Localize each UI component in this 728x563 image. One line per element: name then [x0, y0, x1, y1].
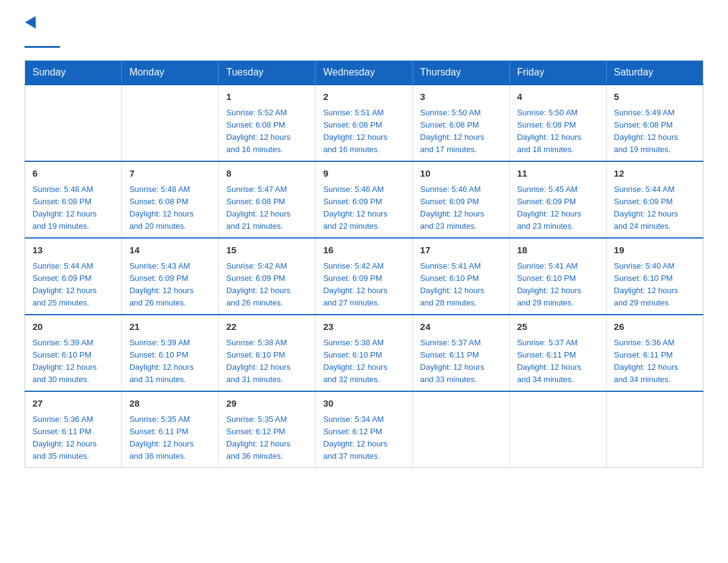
day-info: Sunrise: 5:52 AMSunset: 6:08 PMDaylight:… — [226, 107, 308, 156]
day-number: 24 — [420, 320, 502, 334]
day-number: 3 — [420, 90, 502, 104]
day-info: Sunrise: 5:41 AMSunset: 6:10 PMDaylight:… — [517, 260, 599, 310]
day-cell: 24Sunrise: 5:37 AMSunset: 6:11 PMDayligh… — [412, 315, 509, 391]
day-cell: 12Sunrise: 5:44 AMSunset: 6:09 PMDayligh… — [606, 161, 703, 238]
week-row-1: 1Sunrise: 5:52 AMSunset: 6:08 PMDaylight… — [25, 85, 703, 161]
week-row-5: 27Sunrise: 5:36 AMSunset: 6:11 PMDayligh… — [25, 391, 703, 468]
day-number: 15 — [226, 243, 308, 258]
header-saturday: Saturday — [606, 61, 703, 85]
day-cell: 8Sunrise: 5:47 AMSunset: 6:08 PMDaylight… — [219, 161, 316, 238]
day-cell: 20Sunrise: 5:39 AMSunset: 6:10 PMDayligh… — [25, 315, 122, 391]
day-number: 8 — [226, 167, 308, 181]
day-number: 22 — [226, 320, 308, 334]
week-row-4: 20Sunrise: 5:39 AMSunset: 6:10 PMDayligh… — [25, 315, 703, 391]
day-number: 30 — [323, 397, 404, 411]
day-cell: 4Sunrise: 5:50 AMSunset: 6:08 PMDaylight… — [509, 85, 606, 161]
day-cell: 23Sunrise: 5:38 AMSunset: 6:10 PMDayligh… — [316, 315, 412, 391]
day-cell: 19Sunrise: 5:40 AMSunset: 6:10 PMDayligh… — [606, 238, 703, 315]
day-number: 27 — [32, 397, 114, 411]
day-info: Sunrise: 5:42 AMSunset: 6:09 PMDaylight:… — [226, 260, 308, 310]
day-number: 2 — [323, 90, 404, 104]
logo — [25, 18, 60, 48]
day-number: 29 — [226, 397, 308, 411]
day-number: 17 — [420, 243, 502, 258]
header-friday: Friday — [509, 61, 606, 85]
day-cell: 10Sunrise: 5:46 AMSunset: 6:09 PMDayligh… — [412, 161, 509, 238]
day-number: 4 — [517, 90, 599, 104]
day-number: 1 — [226, 90, 308, 104]
header-tuesday: Tuesday — [219, 61, 316, 85]
day-cell: 9Sunrise: 5:46 AMSunset: 6:09 PMDaylight… — [316, 161, 412, 238]
day-number: 19 — [614, 243, 696, 258]
day-info: Sunrise: 5:37 AMSunset: 6:11 PMDaylight:… — [517, 337, 599, 386]
day-cell: 1Sunrise: 5:52 AMSunset: 6:08 PMDaylight… — [219, 85, 316, 161]
day-info: Sunrise: 5:36 AMSunset: 6:11 PMDaylight:… — [32, 413, 114, 463]
day-info: Sunrise: 5:39 AMSunset: 6:10 PMDaylight:… — [129, 337, 211, 386]
day-number: 21 — [129, 320, 211, 334]
day-number: 20 — [32, 320, 114, 334]
day-cell — [509, 391, 606, 468]
day-number: 13 — [32, 243, 114, 258]
day-info: Sunrise: 5:46 AMSunset: 6:09 PMDaylight:… — [323, 183, 404, 233]
day-number: 14 — [129, 243, 211, 258]
day-headers-row: SundayMondayTuesdayWednesdayThursdayFrid… — [25, 61, 703, 85]
day-cell: 28Sunrise: 5:35 AMSunset: 6:11 PMDayligh… — [122, 391, 219, 468]
calendar-table: SundayMondayTuesdayWednesdayThursdayFrid… — [25, 60, 703, 468]
page-header — [25, 18, 703, 48]
day-number: 25 — [517, 320, 599, 334]
day-number: 26 — [614, 320, 696, 334]
day-info: Sunrise: 5:34 AMSunset: 6:12 PMDaylight:… — [323, 413, 404, 463]
header-thursday: Thursday — [412, 61, 509, 85]
day-info: Sunrise: 5:48 AMSunset: 6:08 PMDaylight:… — [32, 183, 114, 233]
day-cell: 13Sunrise: 5:44 AMSunset: 6:09 PMDayligh… — [25, 238, 122, 315]
day-cell: 26Sunrise: 5:36 AMSunset: 6:11 PMDayligh… — [606, 315, 703, 391]
day-info: Sunrise: 5:49 AMSunset: 6:08 PMDaylight:… — [614, 107, 696, 156]
day-info: Sunrise: 5:40 AMSunset: 6:10 PMDaylight:… — [614, 260, 696, 310]
day-cell: 3Sunrise: 5:50 AMSunset: 6:08 PMDaylight… — [412, 85, 509, 161]
day-cell: 17Sunrise: 5:41 AMSunset: 6:10 PMDayligh… — [412, 238, 509, 315]
day-cell: 6Sunrise: 5:48 AMSunset: 6:08 PMDaylight… — [25, 161, 122, 238]
day-cell: 5Sunrise: 5:49 AMSunset: 6:08 PMDaylight… — [606, 85, 703, 161]
day-number: 11 — [517, 167, 599, 181]
day-info: Sunrise: 5:45 AMSunset: 6:09 PMDaylight:… — [517, 183, 599, 233]
day-info: Sunrise: 5:48 AMSunset: 6:08 PMDaylight:… — [129, 183, 211, 233]
day-number: 5 — [614, 90, 696, 104]
day-cell: 22Sunrise: 5:38 AMSunset: 6:10 PMDayligh… — [219, 315, 316, 391]
header-wednesday: Wednesday — [316, 61, 412, 85]
calendar-body: 1Sunrise: 5:52 AMSunset: 6:08 PMDaylight… — [25, 85, 703, 468]
day-info: Sunrise: 5:35 AMSunset: 6:12 PMDaylight:… — [226, 413, 308, 463]
day-number: 10 — [420, 167, 502, 181]
header-monday: Monday — [122, 61, 219, 85]
day-cell: 29Sunrise: 5:35 AMSunset: 6:12 PMDayligh… — [219, 391, 316, 468]
day-number: 6 — [32, 167, 114, 181]
day-cell: 21Sunrise: 5:39 AMSunset: 6:10 PMDayligh… — [122, 315, 219, 391]
day-number: 16 — [323, 243, 404, 258]
day-cell: 7Sunrise: 5:48 AMSunset: 6:08 PMDaylight… — [122, 161, 219, 238]
day-cell — [606, 391, 703, 468]
day-info: Sunrise: 5:41 AMSunset: 6:10 PMDaylight:… — [420, 260, 502, 310]
day-info: Sunrise: 5:51 AMSunset: 6:08 PMDaylight:… — [323, 107, 404, 156]
day-info: Sunrise: 5:46 AMSunset: 6:09 PMDaylight:… — [420, 183, 502, 233]
day-cell — [412, 391, 509, 468]
calendar-header: SundayMondayTuesdayWednesdayThursdayFrid… — [25, 61, 703, 85]
day-info: Sunrise: 5:50 AMSunset: 6:08 PMDaylight:… — [517, 107, 599, 156]
day-cell: 2Sunrise: 5:51 AMSunset: 6:08 PMDaylight… — [316, 85, 412, 161]
day-info: Sunrise: 5:44 AMSunset: 6:09 PMDaylight:… — [32, 260, 114, 310]
day-info: Sunrise: 5:36 AMSunset: 6:11 PMDaylight:… — [614, 337, 696, 386]
day-info: Sunrise: 5:44 AMSunset: 6:09 PMDaylight:… — [614, 183, 696, 233]
day-cell: 16Sunrise: 5:42 AMSunset: 6:09 PMDayligh… — [316, 238, 412, 315]
week-row-3: 13Sunrise: 5:44 AMSunset: 6:09 PMDayligh… — [25, 238, 703, 315]
day-info: Sunrise: 5:35 AMSunset: 6:11 PMDaylight:… — [129, 413, 211, 463]
day-cell: 30Sunrise: 5:34 AMSunset: 6:12 PMDayligh… — [316, 391, 412, 468]
day-info: Sunrise: 5:43 AMSunset: 6:09 PMDaylight:… — [129, 260, 211, 310]
day-number: 7 — [129, 167, 211, 181]
day-cell: 18Sunrise: 5:41 AMSunset: 6:10 PMDayligh… — [509, 238, 606, 315]
day-cell — [122, 85, 219, 161]
day-info: Sunrise: 5:38 AMSunset: 6:10 PMDaylight:… — [323, 337, 404, 386]
day-number: 28 — [129, 397, 211, 411]
day-cell: 14Sunrise: 5:43 AMSunset: 6:09 PMDayligh… — [122, 238, 219, 315]
day-cell: 27Sunrise: 5:36 AMSunset: 6:11 PMDayligh… — [25, 391, 122, 468]
header-sunday: Sunday — [25, 61, 122, 85]
day-cell: 15Sunrise: 5:42 AMSunset: 6:09 PMDayligh… — [219, 238, 316, 315]
day-info: Sunrise: 5:47 AMSunset: 6:08 PMDaylight:… — [226, 183, 308, 233]
